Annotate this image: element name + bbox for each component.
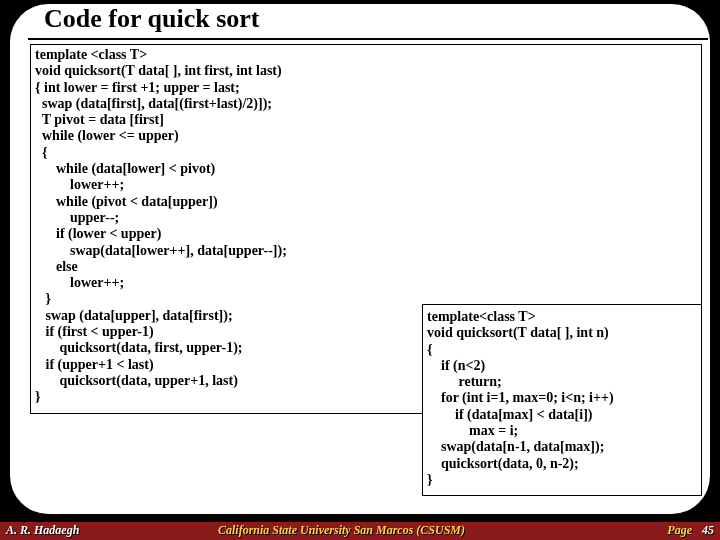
slide-title: Code for quick sort: [44, 4, 259, 34]
slide-card: Code for quick sort template <class T> v…: [10, 4, 710, 514]
footer-page-number: 45: [702, 523, 714, 538]
footer-author: A. R. Hadaegh: [6, 523, 79, 538]
code-side: template<class T> void quicksort(T data[…: [427, 309, 697, 488]
code-box-side: template<class T> void quicksort(T data[…: [422, 304, 702, 496]
title-underline: [28, 38, 708, 40]
footer-university: California State University San Marcos (…: [218, 523, 465, 538]
footer-page-label: Page: [667, 523, 692, 538]
